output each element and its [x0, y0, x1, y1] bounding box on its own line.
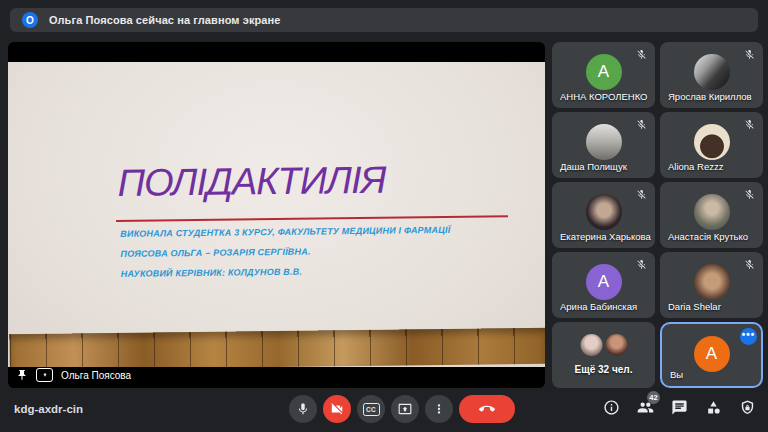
- meeting-code: kdg-axdr-cin: [14, 403, 83, 415]
- mic-icon: [296, 402, 310, 416]
- present-icon: [398, 402, 412, 416]
- participant-name: Ярослав Кириллов: [668, 91, 752, 102]
- slide-subtitle-line: НАУКОВИЙ КЕРІВНИК: КОЛДУНОВ В.В.: [121, 260, 451, 284]
- mic-off-icon: [744, 189, 755, 200]
- call-end-icon: [479, 401, 495, 417]
- presenter-avatar: О: [22, 12, 38, 28]
- participant-tile[interactable]: А Арина Бабинская: [552, 252, 655, 318]
- chat-icon: [671, 399, 688, 416]
- presenter-name: Ольга Поясова: [61, 370, 131, 381]
- present-button[interactable]: [391, 395, 419, 423]
- chat-button[interactable]: [671, 399, 688, 416]
- participant-count-badge: 42: [647, 391, 660, 404]
- mic-off-icon: [744, 259, 755, 270]
- participant-name: Арина Бабинская: [560, 301, 637, 312]
- presenting-banner: О Ольга Поясова сейчас на главном экране: [10, 8, 758, 32]
- info-icon: [603, 399, 620, 416]
- present-box-icon: [36, 368, 53, 382]
- participant-name: Даша Полищук: [560, 161, 627, 172]
- photo-avatar: [605, 334, 627, 356]
- mic-off-icon: [636, 189, 647, 200]
- letter-avatar: А: [586, 54, 622, 90]
- more-participants-avatars: [580, 334, 627, 356]
- participant-name: АННА КОРОЛЕНКО: [560, 91, 648, 102]
- videocam-off-icon: [330, 402, 344, 416]
- more-vert-icon: [432, 402, 446, 416]
- letter-avatar: А: [586, 264, 622, 300]
- meet-window: О Ольга Поясова сейчас на главном экране…: [0, 0, 768, 432]
- mic-off-icon: [744, 119, 755, 130]
- letter-avatar: А: [694, 336, 730, 372]
- cc-icon: CC: [363, 403, 380, 416]
- photo-avatar: [580, 334, 602, 356]
- mic-off-icon: [636, 259, 647, 270]
- participants-grid: А АННА КОРОЛЕНКО Ярослав Кириллов Даша П…: [552, 42, 762, 388]
- activities-button[interactable]: [705, 399, 722, 416]
- participants-button[interactable]: 42: [637, 399, 654, 416]
- photo-avatar: [586, 194, 622, 230]
- captions-button[interactable]: CC: [357, 395, 385, 423]
- self-tile[interactable]: ••• А Вы: [660, 322, 763, 388]
- slide-subtitle: ВИКОНАЛА СТУДЕНТКА 3 КУРСУ, ФАКУЛЬТЕТУ М…: [120, 220, 451, 284]
- bottom-bar: kdg-axdr-cin CC: [0, 388, 768, 432]
- participant-tile[interactable]: Екатерина Харькова: [552, 182, 655, 248]
- photo-avatar: [694, 124, 730, 160]
- presenter-label: Ольга Поясова: [16, 368, 131, 382]
- photo-avatar: [694, 194, 730, 230]
- photo-avatar: [694, 54, 730, 90]
- participant-name: Анастасія Крутько: [668, 231, 748, 242]
- meeting-details-button[interactable]: [603, 399, 620, 416]
- more-participants-label: Ещё 32 чел.: [552, 364, 655, 375]
- mic-off-icon: [744, 49, 755, 60]
- slide-title: ПОЛІДАКТИЛІЯ: [117, 159, 385, 205]
- slide-wood-floor: [9, 328, 545, 367]
- participant-tile[interactable]: Даша Полищук: [552, 112, 655, 178]
- self-label: Вы: [670, 369, 683, 380]
- participant-tile[interactable]: Ярослав Кириллов: [660, 42, 763, 108]
- photo-avatar: [586, 124, 622, 160]
- self-tile-options-button[interactable]: •••: [740, 328, 757, 345]
- more-options-button[interactable]: [425, 395, 453, 423]
- participant-tile[interactable]: Анастасія Крутько: [660, 182, 763, 248]
- mic-off-icon: [636, 49, 647, 60]
- more-horiz-icon: •••: [742, 330, 756, 340]
- call-controls: CC: [289, 395, 515, 423]
- main-stage-video[interactable]: ПОЛІДАКТИЛІЯ ВИКОНАЛА СТУДЕНТКА 3 КУРСУ,…: [8, 42, 545, 388]
- camera-button[interactable]: [323, 395, 351, 423]
- shared-slide: ПОЛІДАКТИЛІЯ ВИКОНАЛА СТУДЕНТКА 3 КУРСУ,…: [8, 62, 545, 367]
- photo-avatar: [694, 264, 730, 300]
- activities-icon: [705, 399, 722, 416]
- shield-lock-icon: [739, 399, 756, 416]
- mic-button[interactable]: [289, 395, 317, 423]
- participant-name: Daria Shelar: [668, 301, 721, 312]
- presenting-banner-text: Ольга Поясова сейчас на главном экране: [49, 14, 281, 26]
- meeting-panels: 42: [603, 399, 756, 416]
- slide-subtitle-line: ВИКОНАЛА СТУДЕНТКА 3 КУРСУ, ФАКУЛЬТЕТУ М…: [120, 220, 450, 244]
- participant-name: Aliona Rezzz: [668, 161, 723, 172]
- end-call-button[interactable]: [459, 395, 515, 423]
- host-controls-button[interactable]: [739, 399, 756, 416]
- participant-name: Екатерина Харькова: [560, 231, 651, 242]
- participant-tile[interactable]: А АННА КОРОЛЕНКО: [552, 42, 655, 108]
- participant-tile[interactable]: Daria Shelar: [660, 252, 763, 318]
- pin-icon[interactable]: [16, 369, 28, 381]
- participant-tile[interactable]: Aliona Rezzz: [660, 112, 763, 178]
- mic-off-icon: [636, 119, 647, 130]
- more-participants-tile[interactable]: Ещё 32 чел.: [552, 322, 655, 388]
